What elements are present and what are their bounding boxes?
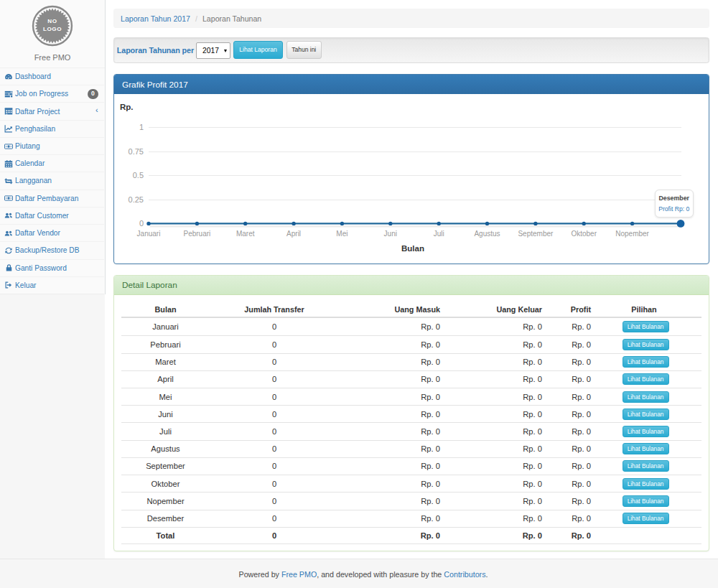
svg-text:NO: NO bbox=[47, 18, 57, 24]
svg-text:LOGO: LOGO bbox=[43, 26, 62, 32]
